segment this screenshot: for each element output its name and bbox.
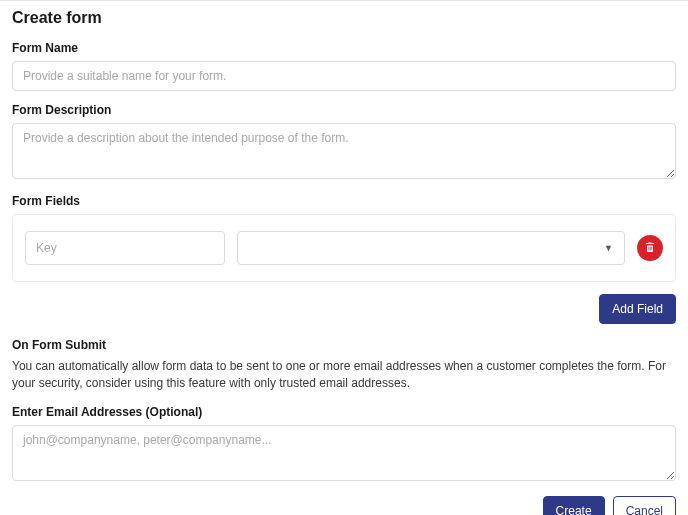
delete-field-button[interactable] (637, 235, 663, 261)
add-field-button[interactable]: Add Field (599, 294, 676, 324)
field-key-input[interactable] (25, 231, 225, 265)
page-title: Create form (12, 9, 676, 27)
form-name-input[interactable] (12, 61, 676, 91)
email-addresses-input[interactable] (12, 425, 676, 481)
cancel-button[interactable]: Cancel (613, 496, 676, 515)
form-fields-container: ▼ (12, 214, 676, 282)
create-button[interactable]: Create (543, 496, 605, 515)
field-type-select[interactable]: ▼ (237, 231, 625, 265)
email-addresses-label: Enter Email Addresses (Optional) (12, 405, 676, 419)
on-form-submit-help: You can automatically allow form data to… (12, 358, 676, 393)
footer-actions: Create Cancel (12, 496, 676, 515)
form-description-label: Form Description (12, 103, 676, 117)
field-type-value[interactable] (237, 231, 625, 265)
form-name-label: Form Name (12, 41, 676, 55)
form-description-input[interactable] (12, 123, 676, 179)
form-fields-label: Form Fields (12, 194, 676, 208)
trash-icon (644, 241, 656, 256)
on-form-submit-label: On Form Submit (12, 338, 676, 352)
